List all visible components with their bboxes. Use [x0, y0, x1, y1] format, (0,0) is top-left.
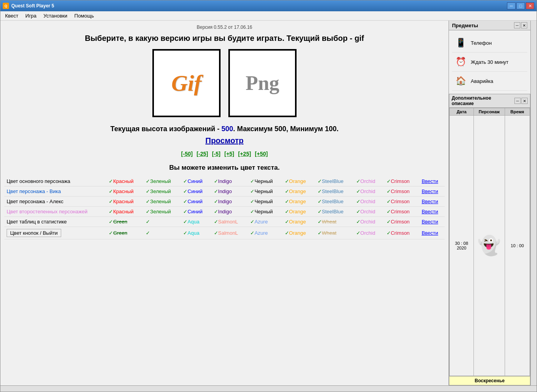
enter-link-5[interactable]: Ввести	[422, 230, 438, 236]
house-icon: 🏠	[454, 74, 468, 88]
exit-button[interactable]: Цвет кнопок / Выйти	[7, 229, 61, 237]
day-display: Воскресенье	[449, 376, 530, 385]
color-option-5-6[interactable]: ✓Wheat	[315, 227, 354, 239]
color-option-3-1[interactable]: ✓Зеленый	[143, 207, 181, 217]
color-option-2-1[interactable]: ✓Зеленый	[143, 197, 181, 207]
size-plus5[interactable]: [+5]	[224, 151, 234, 157]
desc-panel-minimize[interactable]: ─	[514, 98, 521, 104]
gif-label: Gif	[171, 70, 201, 96]
items-panel-header: Предметы ─ ✕	[449, 21, 530, 30]
color-option-3-3[interactable]: ✓Indigo	[212, 207, 248, 217]
enter-link-1[interactable]: Ввести	[422, 188, 438, 194]
color-option-4-4[interactable]: ✓Azure	[248, 217, 282, 227]
color-option-2-7[interactable]: ✓Orchid	[354, 197, 384, 207]
main-scrollbar[interactable]	[530, 21, 537, 385]
desc-panel-controls: ─ ✕	[514, 98, 528, 104]
png-choice[interactable]: Png	[228, 49, 297, 117]
color-option-5-1[interactable]: ✓	[143, 227, 181, 239]
maximize-button[interactable]: □	[516, 2, 525, 9]
color-option-4-6[interactable]: ✓Wheat	[315, 217, 354, 227]
color-option-5-7[interactable]: ✓Orchid	[354, 227, 384, 239]
color-option-0-1[interactable]: ✓Зеленый	[143, 176, 181, 186]
color-heading: Вы можете изменить цвет текста.	[4, 164, 445, 172]
color-option-3-4[interactable]: ✓Черный	[248, 207, 282, 217]
color-option-5-5[interactable]: ✓Orange	[283, 227, 315, 239]
enter-link-4[interactable]: Ввести	[422, 219, 438, 225]
color-option-1-3[interactable]: ✓Indigo	[212, 186, 248, 197]
item-phone[interactable]: 📱 Телефон	[452, 33, 527, 53]
color-option-1-6[interactable]: ✓SteelBlue	[315, 186, 354, 197]
color-option-4-2[interactable]: ✓Aqua	[181, 217, 211, 227]
color-option-3-0[interactable]: ✓Красный	[106, 207, 143, 217]
color-option-4-8[interactable]: ✓Crimson	[384, 217, 419, 227]
enter-link-3[interactable]: Ввести	[422, 209, 438, 214]
color-option-1-8[interactable]: ✓Crimson	[384, 186, 419, 197]
color-option-0-3[interactable]: ✓Indigo	[212, 176, 248, 186]
item-emergency[interactable]: 🏠 Аварийка	[452, 72, 527, 91]
color-option-3-2[interactable]: ✓Синий	[181, 207, 211, 217]
color-option-4-5[interactable]: ✓Orange	[283, 217, 315, 227]
menu-ustanovki[interactable]: Установки	[41, 12, 71, 19]
color-option-2-2[interactable]: ✓Синий	[181, 197, 211, 207]
color-option-1-7[interactable]: ✓Orchid	[354, 186, 384, 197]
color-option-5-0[interactable]: ✓Green	[106, 227, 143, 239]
item-wait[interactable]: ⏰ Ждать 30 минут	[452, 53, 527, 72]
color-option-0-8[interactable]: ✓Crimson	[384, 176, 419, 186]
size-plus25[interactable]: [+25]	[238, 151, 251, 157]
row-label-1: Цвет персонажа - Вика	[4, 186, 106, 197]
size-minus5[interactable]: [-5]	[212, 151, 221, 157]
panel-minimize[interactable]: ─	[514, 22, 520, 28]
color-option-3-5[interactable]: ✓Orange	[283, 207, 315, 217]
color-option-0-4[interactable]: ✓Черный	[248, 176, 282, 186]
ghost-icon: 👻	[475, 235, 503, 257]
color-option-4-0[interactable]: ✓Green	[106, 217, 143, 227]
color-option-2-8[interactable]: ✓Crimson	[384, 197, 419, 207]
menu-kvest[interactable]: Квест	[2, 12, 21, 19]
size-plus50[interactable]: [+50]	[255, 151, 268, 157]
color-option-2-3[interactable]: ✓Indigo	[212, 197, 248, 207]
color-option-3-6[interactable]: ✓SteelBlue	[315, 207, 354, 217]
color-option-3-7[interactable]: ✓Orchid	[354, 207, 384, 217]
color-option-5-8[interactable]: ✓Crimson	[384, 227, 419, 239]
date-cell: 30 : 082020	[450, 116, 474, 376]
color-option-2-6[interactable]: ✓SteelBlue	[315, 197, 354, 207]
enter-link-0[interactable]: Ввести	[422, 178, 438, 184]
minimize-button[interactable]: ─	[507, 2, 516, 9]
color-option-2-4[interactable]: ✓Черный	[248, 197, 282, 207]
color-option-4-1[interactable]: ✓	[143, 217, 181, 227]
color-option-3-8[interactable]: ✓Crimson	[384, 207, 419, 217]
preview-link[interactable]: Просмотр	[205, 136, 244, 145]
desc-panel-close[interactable]: ✕	[521, 98, 528, 104]
color-option-0-2[interactable]: ✓Синий	[181, 176, 211, 186]
color-option-5-3[interactable]: ✓SalmonL	[212, 227, 248, 239]
color-option-2-5[interactable]: ✓Orange	[283, 197, 315, 207]
menu-igra[interactable]: Игра	[22, 12, 40, 19]
color-option-2-0[interactable]: ✓Красный	[106, 197, 143, 207]
color-option-1-2[interactable]: ✓Синий	[181, 186, 211, 197]
size-minus25[interactable]: [-25]	[196, 151, 208, 157]
main-panel: Версия 0.55.2 от 17.06.16 Выберите, в ка…	[0, 21, 449, 385]
color-option-1-4[interactable]: ✓Черный	[248, 186, 282, 197]
phone-label: Телефон	[471, 40, 492, 46]
gif-choice[interactable]: Gif	[152, 49, 221, 117]
color-option-1-1[interactable]: ✓Зеленый	[143, 186, 181, 197]
color-option-1-0[interactable]: ✓Красный	[106, 186, 143, 197]
color-option-5-4[interactable]: ✓Azure	[248, 227, 282, 239]
color-option-0-0[interactable]: ✓Красный	[106, 176, 143, 186]
col-char: Персонаж	[473, 108, 505, 116]
menu-pomosh[interactable]: Помощь	[71, 12, 97, 19]
png-label: Png	[246, 72, 279, 95]
color-option-4-3[interactable]: ✓SalmonL	[212, 217, 248, 227]
color-option-0-7[interactable]: ✓Orchid	[354, 176, 384, 186]
color-option-0-5[interactable]: ✓Orange	[283, 176, 315, 186]
enter-link-2[interactable]: Ввести	[422, 199, 438, 204]
panel-close[interactable]: ✕	[521, 22, 527, 28]
color-option-0-6[interactable]: ✓SteelBlue	[315, 176, 354, 186]
color-option-5-2[interactable]: ✓Aqua	[181, 227, 211, 239]
row-label-2: Цвет персонажа - Алекс	[4, 197, 106, 207]
close-button[interactable]: ✕	[526, 2, 534, 9]
color-option-4-7[interactable]: ✓Orchid	[354, 217, 384, 227]
bottom-scrollbar[interactable]	[0, 385, 537, 392]
color-option-1-5[interactable]: ✓Orange	[283, 186, 315, 197]
size-minus50[interactable]: [-50]	[181, 151, 193, 157]
